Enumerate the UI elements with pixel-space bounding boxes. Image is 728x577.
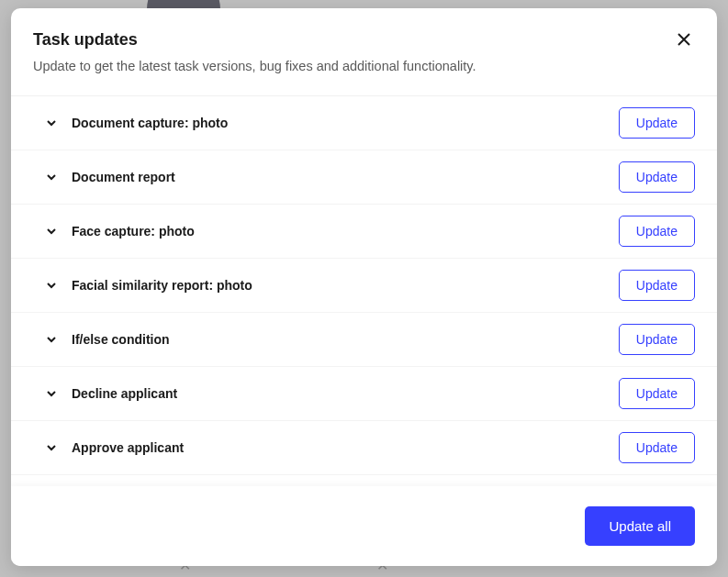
- task-row: Document report Update: [11, 150, 717, 205]
- update-button[interactable]: Update: [619, 270, 695, 301]
- task-row: Facial similarity report: photo Update: [11, 259, 717, 313]
- expand-toggle[interactable]: [44, 170, 59, 184]
- close-icon: [677, 32, 691, 47]
- modal-footer: Update all: [11, 486, 717, 566]
- task-label: If/else condition: [72, 332, 606, 347]
- task-row: [11, 475, 717, 486]
- task-updates-modal: Task updates Update to get the latest ta…: [11, 8, 717, 566]
- task-label: Decline applicant: [72, 386, 606, 401]
- task-label: Face capture: photo: [72, 224, 606, 239]
- chevron-down-icon: [46, 226, 57, 237]
- task-row: Decline applicant Update: [11, 367, 717, 421]
- task-row: Face capture: photo Update: [11, 205, 717, 259]
- update-all-button[interactable]: Update all: [585, 506, 695, 546]
- expand-toggle[interactable]: [44, 278, 59, 293]
- task-list: Document capture: photo Update Document …: [11, 96, 717, 486]
- modal-subtitle: Update to get the latest task versions, …: [33, 57, 684, 75]
- modal-title: Task updates: [33, 30, 684, 50]
- expand-toggle[interactable]: [44, 386, 59, 401]
- update-button[interactable]: Update: [619, 107, 695, 139]
- task-label: Approve applicant: [72, 440, 606, 455]
- update-button[interactable]: Update: [619, 378, 695, 409]
- chevron-down-icon: [46, 388, 57, 399]
- task-label: Document capture: photo: [72, 116, 606, 130]
- task-row: Approve applicant Update: [11, 421, 717, 475]
- task-row: Document capture: photo Update: [11, 96, 717, 150]
- update-button[interactable]: Update: [619, 324, 695, 355]
- chevron-down-icon: [46, 334, 57, 345]
- task-row: If/else condition Update: [11, 313, 717, 367]
- chevron-down-icon: [46, 172, 57, 183]
- expand-toggle[interactable]: [44, 440, 59, 455]
- task-label: Document report: [72, 170, 606, 184]
- close-button[interactable]: [671, 27, 697, 52]
- modal-header: Task updates Update to get the latest ta…: [11, 8, 717, 96]
- task-label: Facial similarity report: photo: [72, 278, 606, 293]
- chevron-down-icon: [46, 280, 57, 291]
- chevron-down-icon: [46, 117, 57, 128]
- expand-toggle[interactable]: [44, 224, 59, 239]
- update-button[interactable]: Update: [619, 432, 695, 463]
- chevron-down-icon: [46, 442, 57, 453]
- expand-toggle[interactable]: [44, 332, 59, 347]
- update-button[interactable]: Update: [619, 216, 695, 247]
- update-button[interactable]: Update: [619, 161, 695, 193]
- expand-toggle[interactable]: [44, 116, 59, 130]
